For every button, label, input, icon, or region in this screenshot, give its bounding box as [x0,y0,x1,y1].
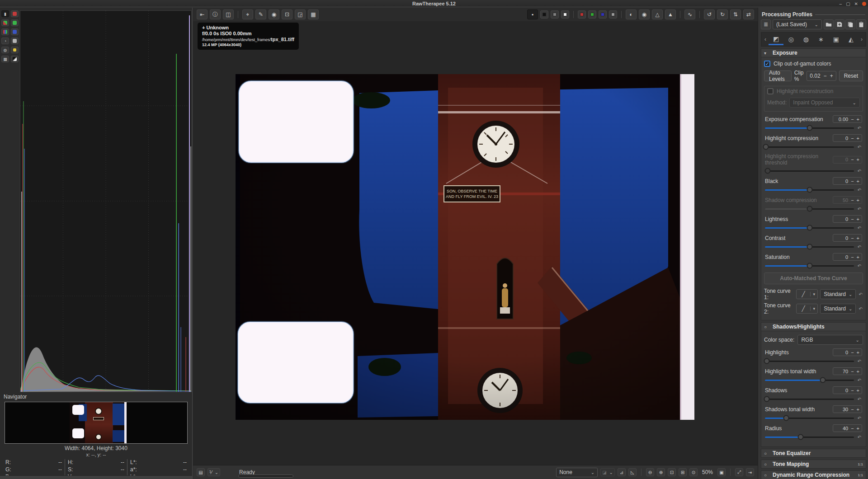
curve-type-button[interactable]: ╱▾ [796,304,818,314]
chromaticity-channel-button[interactable] [11,47,19,53]
spinbox[interactable]: 0−+ [833,134,862,142]
slider-thumb[interactable] [797,434,803,440]
slider-track[interactable] [765,189,854,191]
blue-channel-button[interactable] [11,28,19,35]
tabs-scroll-left-icon[interactable]: ‹ [762,36,769,42]
slider-track[interactable] [765,127,854,129]
luminosity-channel-button[interactable] [11,38,19,44]
slider-thumb[interactable] [764,358,769,364]
auto-matched-tone-curve-button[interactable]: Auto-Matched Tone Curve [764,272,863,284]
tabs-scroll-right-icon[interactable]: › [859,36,865,42]
slider-track[interactable] [765,437,854,438]
histogram-mode-button[interactable]: ▮ [1,10,9,17]
highlight-reconstruction-checkbox[interactable] [767,88,774,94]
spinbox[interactable]: 0.00−+ [833,115,862,123]
spinbox[interactable]: 0−+ [833,234,862,242]
exposure-section-header[interactable]: ▾ Exposure [761,48,866,57]
slider-thumb[interactable] [807,125,812,131]
zoom-out-icon[interactable]: ⊖ [646,468,654,476]
green-preview-button[interactable] [588,10,596,19]
collapse-left-panel-icon[interactable]: ⇤ [197,9,208,19]
red-channel-button[interactable] [11,10,19,17]
paste-profile-button[interactable] [856,19,866,29]
reset-icon[interactable]: ↶ [857,244,862,249]
color-space-select[interactable]: RGB⌄ [797,335,863,345]
reset-icon[interactable]: ↶ [857,435,862,440]
slider-thumb[interactable] [807,263,812,269]
vectorscope-hc-button[interactable]: ◍ [1,47,9,53]
spinbox[interactable]: 0−+ [833,386,862,394]
slider-track[interactable] [765,418,854,419]
collapse-right-panel-icon[interactable]: ⇥ [746,468,754,476]
navigator-preview[interactable] [5,402,188,444]
slider-thumb[interactable] [783,415,789,421]
shadows-highlights-section-header[interactable]: ○ Shadows/Highlights [761,322,866,331]
spinbox[interactable]: 40−+ [833,424,862,432]
reset-icon[interactable]: ↶ [857,225,862,230]
power-icon[interactable]: ○ [764,462,769,467]
rotate-left-icon[interactable]: ↺ [704,9,715,19]
spinbox[interactable]: 0−+ [833,253,862,261]
spinbox[interactable]: 0−+ [833,177,862,185]
slider-thumb[interactable] [807,225,812,231]
color-picker-icon[interactable]: ◉ [269,9,279,19]
save-profile-button[interactable] [835,19,844,29]
profile-select[interactable]: (Last Saved)⌄ [773,19,822,29]
focus-mask-icon[interactable]: ◉ [639,9,650,19]
blue-preview-button[interactable] [599,10,607,19]
maximize-button[interactable]: ▢ [846,1,850,6]
tab-advanced[interactable]: ∗ [814,33,829,45]
histogram-scale-button[interactable]: ▦ [1,56,9,62]
section-tone-mapping[interactable]: ○ Tone Mapping1:1 [761,460,866,469]
curve-indicator-icon[interactable]: ∿ [684,9,695,19]
spinbox[interactable]: 0−+ [833,215,862,223]
power-icon[interactable]: ○ [764,324,769,329]
reset-icon[interactable]: ↶ [857,188,862,193]
tone-curve-2-mode-select[interactable]: Standard⌄ [820,304,856,314]
waveform-button[interactable] [1,28,9,35]
zoom-fit-crop-icon[interactable]: ⊞ [679,468,687,476]
flip-vertical-icon[interactable]: ⇅ [730,9,741,19]
straighten-tool-icon[interactable]: ✎ [255,9,266,19]
zoom-fit-icon[interactable]: ⊡ [668,468,676,476]
reset-icon[interactable]: ↶ [857,397,862,402]
slider-track[interactable] [765,227,854,229]
section-tone-equalizer[interactable]: ○ Tone Equalizer [761,449,866,458]
reset-icon[interactable]: ↶ [857,378,862,383]
tab-color[interactable]: ◍ [798,33,813,45]
power-icon[interactable]: ○ [764,451,769,456]
preview-canvas[interactable]: + Unknown f/0.0 0s ISO0 0.00mm /home/prm… [193,21,758,465]
spinbox[interactable]: 30−+ [833,405,862,413]
copy-profile-button[interactable] [845,19,855,29]
rgb-parade-button[interactable] [1,19,9,26]
vectorscope-hs-button[interactable]: ◔ [1,38,9,44]
tab-raw[interactable]: ◭ [844,33,859,45]
slider-track[interactable] [765,399,854,400]
black-background-button[interactable] [540,10,548,19]
tab-exposure[interactable]: ◩ [769,33,783,45]
minimize-button[interactable]: – [840,1,842,6]
reset-icon[interactable]: ↶ [858,306,863,311]
gray-background-button[interactable] [551,10,559,19]
method-select[interactable]: Inpaint Opposed⌄ [789,98,860,108]
preview-scale-selector[interactable]: ⅟⌄ [208,468,220,476]
flip-horizontal-icon[interactable]: ⇄ [743,9,754,19]
pan-tool-icon[interactable]: ⌖ [242,9,253,19]
tone-curve-1-mode-select[interactable]: Standard⌄ [820,289,856,299]
tab-detail[interactable]: ◎ [783,33,798,45]
close-button[interactable]: ✕ [854,1,858,6]
reset-button[interactable]: Reset [839,70,863,81]
section-dynamic-range-compression[interactable]: ○ Dynamic Range Compression1:1 [761,470,866,479]
before-after-icon[interactable]: ◫ [223,9,234,19]
spinbox[interactable]: 0−+ [833,348,862,356]
gamut-check-lab-button[interactable]: ◺ [628,468,637,476]
profile-fill-mode-button[interactable]: ≣ [761,19,771,29]
reset-icon[interactable]: ↶ [857,145,862,150]
decrement-icon[interactable]: − [824,73,827,79]
reset-icon[interactable]: ↶ [857,263,862,268]
shadow-clipping-icon[interactable]: ▲ [665,9,676,19]
fullscreen-icon[interactable]: ⤢ [735,468,743,476]
slider-thumb[interactable] [807,244,812,250]
load-profile-button[interactable] [824,19,834,29]
white-background-button[interactable] [561,10,569,19]
